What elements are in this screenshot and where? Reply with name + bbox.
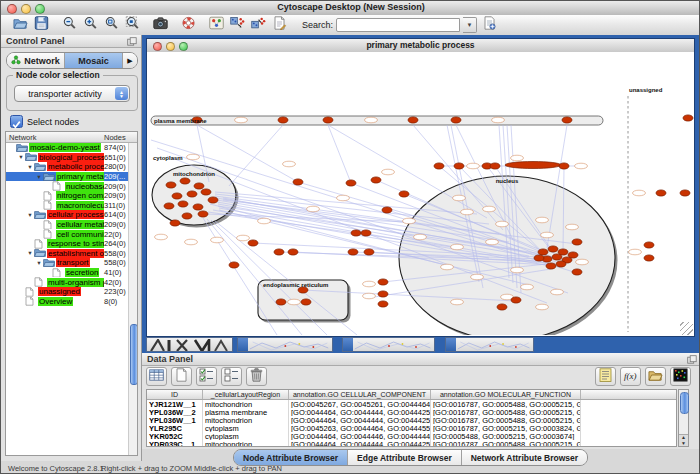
select-to-network-button[interactable] bbox=[249, 17, 267, 34]
page-icon bbox=[43, 191, 56, 201]
open-icon bbox=[13, 16, 28, 34]
tree-row[interactable]: Overview8(0) bbox=[6, 297, 137, 307]
function-button[interactable]: f(x) bbox=[620, 367, 641, 386]
search-input[interactable] bbox=[336, 18, 460, 32]
expander-icon[interactable]: ▼ bbox=[35, 260, 43, 266]
tree-row[interactable]: unassigned223(0) bbox=[6, 287, 137, 297]
resize-grip[interactable] bbox=[680, 322, 693, 335]
delete-attributes-button[interactable] bbox=[246, 367, 267, 386]
table-scrollbar[interactable]: ▲▼ bbox=[678, 389, 689, 447]
tree-row[interactable]: mosaic-demo-yeast874(0) bbox=[6, 143, 137, 153]
tree-row[interactable]: ▼transport558(0) bbox=[6, 258, 137, 268]
node-color-dropdown[interactable]: transporter activity ▲▼ bbox=[14, 85, 130, 102]
attribute-table[interactable]: ID_cellularLayoutRegionannotation.GO CEL… bbox=[146, 389, 677, 447]
expander-icon[interactable]: ▼ bbox=[26, 164, 34, 170]
unselect-attributes-button[interactable] bbox=[221, 367, 242, 386]
table-cell: mitochondrion bbox=[203, 400, 289, 408]
table-row[interactable]: YLR295Ccytoplasm[GO:0045263, GO:0044464,… bbox=[147, 424, 676, 432]
tree-row[interactable]: response to stimulu264(0) bbox=[6, 239, 137, 249]
tree-header[interactable]: Network Nodes bbox=[6, 132, 137, 143]
table-cell: [GO:0044464, GO:0044444, GO:0044425, G..… bbox=[289, 408, 431, 416]
table-cell: YKR052C bbox=[147, 432, 203, 440]
expander-icon[interactable]: ▼ bbox=[17, 154, 25, 160]
import-icon bbox=[648, 368, 663, 386]
search-config-button[interactable] bbox=[480, 17, 498, 34]
tree-row[interactable]: multi-organism pro42(0) bbox=[6, 277, 137, 287]
tab-mosaic[interactable]: Mosaic bbox=[65, 53, 123, 68]
tree-row[interactable]: ▼establishment of lo558(0) bbox=[6, 249, 137, 259]
minimized-network-window[interactable] bbox=[146, 337, 233, 352]
zoom-fit-button[interactable] bbox=[123, 17, 141, 34]
tab-network[interactable]: Network bbox=[7, 53, 65, 68]
table-row[interactable]: YKR052Ccytoplasm[GO:0044464, GO:0044446,… bbox=[147, 432, 676, 440]
window-titlebar[interactable]: Cytoscape Desktop (New Session) bbox=[1, 1, 700, 16]
tree-row[interactable]: nucleobase-209(0) bbox=[6, 181, 137, 191]
minimized-network-window[interactable] bbox=[342, 337, 435, 352]
float-panel-icon[interactable] bbox=[687, 355, 697, 366]
table-cell: [GO:0044464, GO:0044444, GO:0044425, G..… bbox=[289, 440, 431, 447]
network-view-titlebar[interactable]: primary metabolic process bbox=[147, 39, 694, 53]
matrix-button[interactable] bbox=[670, 367, 691, 386]
tree-row[interactable]: nitrogen compo209(0) bbox=[6, 191, 137, 201]
tree-row[interactable]: ▼cellular process614(0) bbox=[6, 210, 137, 220]
search-dropdown-arrow-icon[interactable]: ▼ bbox=[463, 17, 477, 33]
expander-icon[interactable]: ▼ bbox=[26, 250, 34, 256]
tree-row[interactable]: macromolecule311(0) bbox=[6, 201, 137, 211]
tree-node-label: establishment of lo bbox=[47, 249, 104, 258]
zoom-selected-button[interactable] bbox=[102, 17, 120, 34]
float-panel-icon[interactable] bbox=[127, 37, 137, 48]
tree-row[interactable]: secretion41(0) bbox=[6, 268, 137, 278]
select-from-network-button[interactable] bbox=[228, 17, 246, 34]
column-header[interactable]: annotation.GO MOLECULAR_FUNCTION bbox=[431, 390, 581, 399]
help-ring-button[interactable] bbox=[179, 17, 197, 34]
tree-scrollbar-thumb[interactable] bbox=[130, 324, 138, 385]
minimized-window-titlebar[interactable] bbox=[238, 338, 248, 351]
annotation-button[interactable] bbox=[270, 17, 288, 34]
new-attribute-button[interactable] bbox=[171, 367, 192, 386]
minimized-window-titlebar[interactable] bbox=[446, 338, 456, 351]
table-scrollbar-thumb[interactable] bbox=[680, 392, 689, 414]
tree-row[interactable]: cellular metabol209(0) bbox=[6, 220, 137, 230]
column-header[interactable]: _cellularLayoutRegion bbox=[203, 390, 289, 399]
tab-overflow-arrow-icon[interactable]: ▶ bbox=[123, 53, 137, 68]
table-row[interactable]: YPL036W__2plasma membrane[GO:0044464, GO… bbox=[147, 408, 676, 416]
select-attributes-button[interactable] bbox=[196, 367, 217, 386]
zoom-out-button[interactable] bbox=[60, 17, 78, 34]
status-zoom-hint: Right-click + drag to ZOOM bbox=[101, 464, 192, 473]
status-bar: Welcome to Cytoscape 2.8.1 Right-click +… bbox=[1, 462, 700, 474]
tree-node-label: biological_process bbox=[38, 153, 104, 162]
table-cell: YPL036W__1 bbox=[147, 416, 203, 424]
snapshot-button[interactable] bbox=[151, 17, 169, 34]
tree-row[interactable]: cell communicat22(0) bbox=[6, 229, 137, 239]
tree-row[interactable]: ▼metabolic process280(0) bbox=[6, 162, 137, 172]
column-header[interactable]: ID bbox=[147, 390, 203, 399]
scrollbar-arrows-icon[interactable]: ▲▼ bbox=[679, 434, 688, 446]
select-nodes-checkbox[interactable] bbox=[10, 115, 23, 128]
table-header-row[interactable]: ID_cellularLayoutRegionannotation.GO CEL… bbox=[147, 390, 676, 400]
tree-row[interactable]: ▼primary metabol209(... bbox=[6, 172, 137, 182]
save-button[interactable] bbox=[32, 17, 50, 34]
open-button[interactable] bbox=[11, 17, 29, 34]
minimized-network-window[interactable] bbox=[445, 337, 534, 352]
expander-icon[interactable]: ▼ bbox=[35, 174, 43, 180]
network-canvas[interactable]: plasma membranecytoplasmmitochondrionnuc… bbox=[147, 52, 694, 336]
combo-stepper-icon[interactable]: ▲▼ bbox=[115, 87, 128, 100]
page-icon bbox=[52, 268, 65, 278]
tree-row[interactable]: ▼biological_process651(0) bbox=[6, 153, 137, 163]
cytoscape-window: Cytoscape Desktop (New Session) Search: … bbox=[0, 0, 700, 474]
minimized-network-window[interactable] bbox=[237, 337, 333, 352]
vizmapper-button[interactable] bbox=[207, 17, 225, 34]
table-row[interactable]: YDR039C__1mitochondrion[GO:0044464, GO:0… bbox=[147, 440, 676, 447]
expander-icon[interactable]: ▼ bbox=[26, 212, 34, 218]
table-cell: [GO:0016787, GO:0005488, GO:0005215, G..… bbox=[431, 400, 581, 408]
import-button[interactable] bbox=[645, 367, 666, 386]
tree-scrollbar[interactable] bbox=[128, 143, 137, 455]
table-row[interactable]: YJR121W__1mitochondrion[GO:0045267, GO:0… bbox=[147, 400, 676, 408]
table-row[interactable]: YPL036W__1mitochondrion[GO:0044464, GO:0… bbox=[147, 416, 676, 424]
column-header[interactable]: annotation.GO CELLULAR_COMPONENT bbox=[289, 390, 431, 399]
minimized-window-titlebar[interactable] bbox=[343, 338, 353, 351]
zoom-in-button[interactable] bbox=[81, 17, 99, 34]
notes-button[interactable] bbox=[595, 367, 616, 386]
attribute-table-button[interactable] bbox=[146, 367, 167, 386]
network-view-window[interactable]: primary metabolic process plasma membran… bbox=[146, 38, 695, 337]
